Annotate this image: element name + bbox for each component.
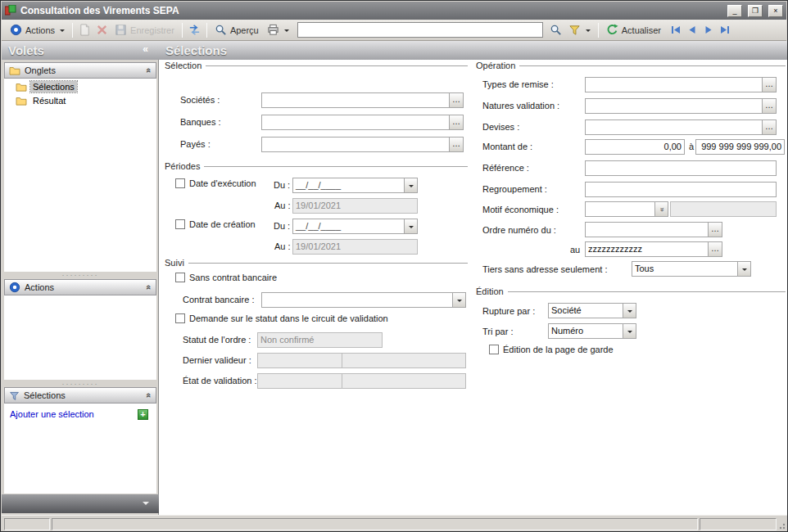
date-creation-checkbox[interactable] (175, 219, 185, 229)
application-window: Consultation des Virements SEPA _ ❐ × Ac… (0, 0, 788, 532)
resize-grip[interactable] (777, 521, 786, 530)
motif-economique-label: Motif économique : (482, 205, 559, 214)
maximize-button[interactable]: ❐ (748, 5, 763, 17)
date-execution-du-combo[interactable]: __/__/____ (292, 178, 418, 193)
nav-first-button[interactable] (670, 25, 682, 35)
ordre-numero-au-field[interactable]: zzzzzzzzzzzz … (585, 241, 722, 257)
au-label: Au : (274, 241, 291, 251)
transfer-button[interactable] (186, 22, 203, 38)
filter-button[interactable] (564, 22, 595, 38)
date-creation-du-combo[interactable]: __/__/____ (292, 219, 418, 234)
print-button[interactable] (263, 22, 293, 38)
types-remise-field[interactable]: … (585, 77, 777, 92)
payes-browse-button[interactable]: … (449, 138, 463, 151)
motif-economique-extra-field (670, 201, 777, 217)
banques-field[interactable]: … (261, 115, 464, 130)
types-remise-browse-button[interactable]: … (762, 78, 776, 92)
natures-validation-browse-button[interactable]: … (762, 99, 776, 113)
transfer-icon (188, 24, 201, 36)
search-button[interactable] (547, 22, 564, 38)
tiers-sans-adresse-dropdown[interactable]: Tous (632, 261, 751, 277)
toolbar-separator (598, 23, 599, 38)
status-cell-3 (700, 518, 777, 530)
preview-button[interactable]: Aperçu (211, 22, 263, 38)
dropdown-arrow-icon[interactable] (452, 293, 465, 307)
close-button[interactable]: × (768, 5, 783, 17)
nav-next-button[interactable] (703, 25, 714, 35)
refresh-button[interactable]: Actualiser (602, 22, 665, 38)
natures-validation-field[interactable]: … (585, 98, 777, 114)
ordre-numero-du-field[interactable]: … (585, 222, 722, 237)
payes-field[interactable]: … (261, 137, 464, 152)
regroupement-field[interactable] (585, 182, 777, 197)
societes-browse-button[interactable]: … (449, 93, 463, 107)
dropdown-arrow-icon[interactable] (623, 324, 636, 338)
double-chevron-down-icon[interactable]: « (654, 202, 668, 216)
tree-item-resultat[interactable]: Résultat (16, 95, 156, 106)
add-selection-link[interactable]: Ajouter une sélection (10, 409, 94, 419)
sidebar-bottom-bar[interactable] (2, 494, 159, 513)
dropdown-arrow-icon[interactable] (404, 178, 417, 192)
preview-label: Aperçu (230, 25, 259, 35)
etat-validation-label: État de validation : (183, 376, 257, 385)
page-garde-checkbox[interactable] (489, 345, 499, 354)
contrat-bancaire-label: Contrat bancaire : (183, 295, 254, 304)
banques-browse-button[interactable]: … (449, 115, 463, 129)
titlebar: Consultation des Virements SEPA _ ❐ × (2, 2, 786, 20)
onglets-section-header[interactable]: Onglets « (4, 62, 156, 79)
save-label: Enregistrer (130, 25, 174, 35)
onglets-tree-panel: Sélections Résultat (4, 79, 156, 272)
minimize-button[interactable]: _ (727, 5, 742, 17)
new-button[interactable] (76, 22, 93, 38)
dropdown-arrow-icon[interactable] (737, 262, 750, 276)
reference-field[interactable] (585, 160, 777, 176)
volets-title: Volets (8, 43, 44, 57)
actions-section-header[interactable]: Actions « (4, 279, 156, 295)
collapse-section-icon[interactable]: « (144, 68, 154, 73)
etat-validation-field-2 (342, 373, 466, 389)
societes-field[interactable]: … (261, 92, 464, 108)
delete-icon (96, 24, 108, 36)
ordre-au-browse-button[interactable]: … (708, 242, 722, 256)
rupture-par-dropdown[interactable]: Société (548, 303, 636, 318)
actions-button[interactable]: Actions (6, 22, 69, 38)
dropdown-arrow-icon[interactable] (404, 219, 417, 233)
record-navigation (670, 25, 731, 35)
selections-section-header[interactable]: Sélections « (4, 387, 156, 404)
dropdown-arrow-icon[interactable] (623, 304, 636, 318)
tri-par-dropdown[interactable]: Numéro (548, 323, 636, 339)
devises-browse-button[interactable]: … (762, 120, 776, 134)
toolbar-separator (206, 23, 207, 38)
group-title-suivi: Suivi (165, 258, 468, 268)
tree-item-label: Sélections (30, 81, 77, 92)
tree-item-label: Résultat (30, 95, 68, 106)
nav-last-button[interactable] (719, 25, 731, 35)
toolbar-separator (182, 23, 183, 38)
devises-field[interactable]: … (585, 119, 777, 135)
date-execution-checkbox[interactable] (175, 178, 185, 188)
montant-de-field[interactable]: 0,00 (585, 139, 685, 155)
demande-statut-checkbox[interactable] (175, 313, 185, 323)
societes-label: Sociétés : (180, 95, 220, 105)
delete-button[interactable] (93, 22, 111, 38)
sans-contrat-checkbox[interactable] (175, 273, 185, 282)
motif-economique-combo[interactable]: « (585, 201, 668, 217)
page-title-bar: Sélections (159, 41, 788, 60)
collapse-section-icon[interactable]: « (144, 285, 154, 290)
add-selection-button[interactable]: + (138, 409, 148, 420)
folder-icon (9, 65, 20, 75)
save-button[interactable]: Enregistrer (111, 22, 179, 38)
splitter-handle[interactable]: ········· (4, 381, 156, 387)
tree-item-selections[interactable]: Sélections (16, 81, 156, 92)
toolbar-search-input[interactable] (297, 22, 543, 38)
du-label: Du : (274, 180, 290, 190)
montant-a-field[interactable]: 999 999 999 999,00 (695, 139, 785, 155)
collapse-section-icon[interactable]: « (144, 393, 154, 398)
ordre-du-browse-button[interactable]: … (708, 223, 722, 237)
refresh-label: Actualiser (622, 25, 661, 35)
contrat-bancaire-combo[interactable] (261, 292, 466, 308)
splitter-handle[interactable]: ········· (4, 272, 156, 278)
nav-previous-button[interactable] (686, 25, 698, 35)
collapse-sidebar-button[interactable]: « (138, 43, 152, 57)
date-execution-checkbox-row: Date d'exécution (175, 178, 256, 188)
